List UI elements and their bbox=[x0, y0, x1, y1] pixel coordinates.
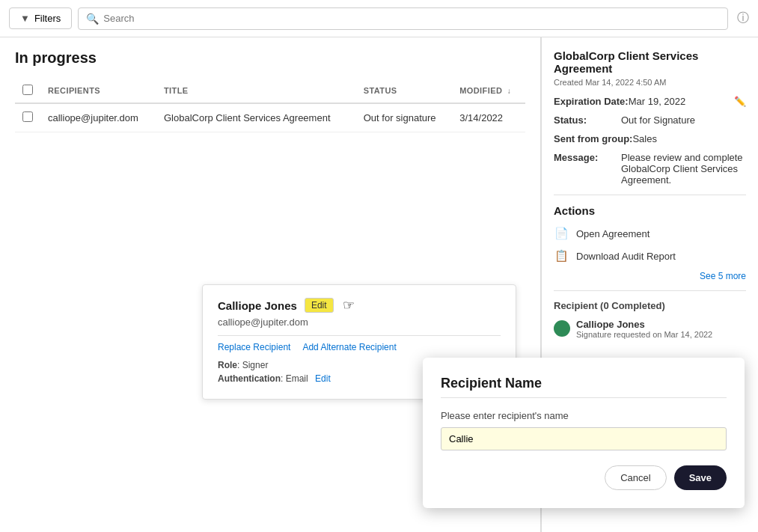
modal-title: Recipient Name bbox=[441, 376, 727, 391]
modal-divider bbox=[441, 397, 727, 398]
modal-actions: Cancel Save bbox=[441, 465, 727, 490]
recipient-name-input[interactable] bbox=[441, 427, 727, 450]
modal-overlay: Recipient Name Please enter recipient's … bbox=[0, 0, 758, 532]
modal-dialog: Recipient Name Please enter recipient's … bbox=[423, 358, 745, 508]
save-button[interactable]: Save bbox=[674, 465, 727, 490]
modal-label: Please enter recipient's name bbox=[441, 410, 727, 421]
cancel-button[interactable]: Cancel bbox=[605, 465, 666, 490]
